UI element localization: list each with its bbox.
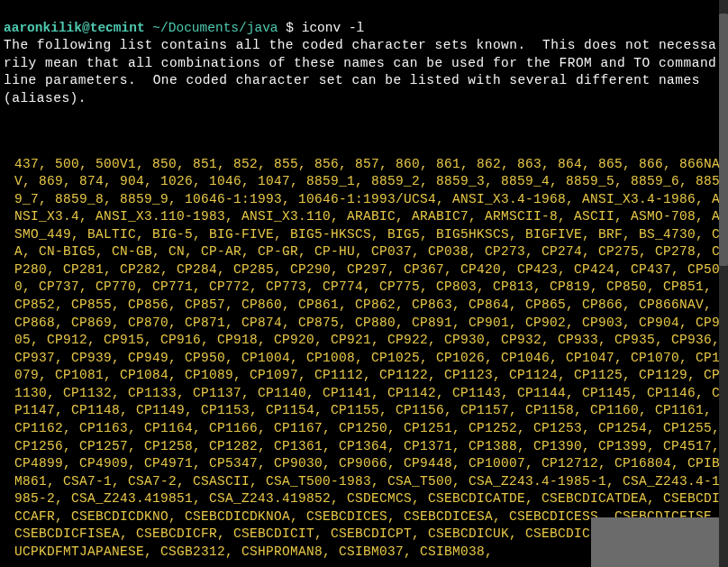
command-text: iconv -l [302, 21, 365, 35]
intro-description: The following list contains all the code… [4, 37, 724, 107]
prompt-user-host: aaronkilik@tecmint [4, 21, 145, 35]
charset-list: 437, 500, 500V1, 850, 851, 852, 855, 856… [4, 156, 724, 562]
prompt-cwd: ~/Documents/java [152, 21, 278, 35]
terminal-output[interactable]: aaronkilik@tecmint ~/Documents/java $ ic… [0, 0, 728, 567]
overlay-block [591, 517, 719, 567]
scrollbar-track[interactable] [719, 0, 728, 567]
scrollbar-thumb[interactable] [719, 14, 728, 266]
prompt-symbol: $ [286, 21, 294, 35]
